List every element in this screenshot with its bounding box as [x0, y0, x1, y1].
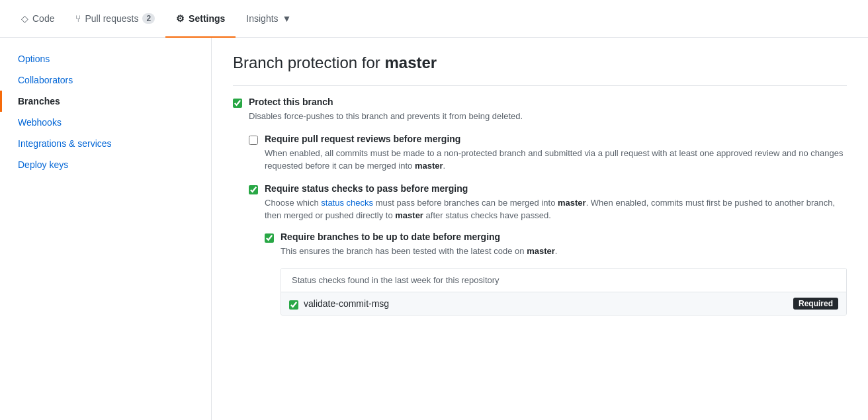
require-pr-master-bold: master — [415, 161, 443, 171]
sidebar-item-integrations-services[interactable]: Integrations & services — [0, 133, 211, 154]
require-up-to-date-content: Require branches to be up to date before… — [281, 231, 557, 258]
status-checks-box: Status checks found in the last week for… — [281, 268, 847, 315]
tab-pull-requests[interactable]: ⑂ Pull requests 2 — [65, 0, 165, 38]
page-title-branch: master — [384, 54, 437, 71]
sidebar: Options Collaborators Branches Webhooks … — [0, 38, 212, 420]
protect-branch-content: Protect this branch Disables force-pushe… — [249, 97, 523, 123]
tab-code-label: Code — [32, 13, 54, 24]
sidebar-item-collaborators[interactable]: Collaborators — [0, 69, 211, 91]
require-up-to-date-row: Require branches to be up to date before… — [265, 231, 847, 258]
status-checks-link[interactable]: status checks — [321, 198, 373, 208]
protect-branch-desc: Disables force-pushes to this branch and… — [249, 110, 523, 123]
main-layout: Options Collaborators Branches Webhooks … — [0, 38, 868, 420]
require-up-to-date-desc: This ensures the branch has been tested … — [281, 245, 557, 258]
protect-branch-label: Protect this branch — [249, 97, 523, 107]
sidebar-item-deploy-keys[interactable]: Deploy keys — [0, 154, 211, 175]
pull-requests-icon: ⑂ — [75, 13, 81, 24]
require-up-to-date-section: Require branches to be up to date before… — [265, 231, 847, 258]
code-icon: ◇ — [21, 13, 28, 24]
status-checks-header: Status checks found in the last week for… — [281, 269, 846, 292]
status-check-left: validate-commit-msg — [289, 298, 389, 310]
main-content: Branch protection for master Protect thi… — [212, 38, 868, 420]
top-nav: ◇ Code ⑂ Pull requests 2 ⚙ Settings Insi… — [0, 0, 868, 38]
pull-requests-badge: 2 — [142, 13, 155, 24]
settings-icon: ⚙ — [176, 13, 185, 24]
protect-branch-section: Protect this branch Disables force-pushe… — [233, 97, 847, 315]
chevron-down-icon: ▼ — [282, 13, 292, 24]
require-up-to-date-checkbox[interactable] — [265, 233, 274, 243]
sidebar-item-webhooks[interactable]: Webhooks — [0, 112, 211, 133]
protect-branch-sub-options: Require pull request reviews before merg… — [249, 134, 847, 316]
status-checks-master-bold-2: master — [395, 210, 423, 220]
tab-insights[interactable]: Insights ▼ — [236, 0, 302, 38]
require-pr-reviews-checkbox[interactable] — [249, 136, 258, 145]
require-pr-reviews-content: Require pull request reviews before merg… — [265, 134, 847, 173]
required-badge: Required — [793, 298, 838, 310]
require-pr-reviews-desc: When enabled, all commits must be made t… — [265, 147, 847, 173]
status-check-row: validate-commit-msg Required — [281, 292, 846, 315]
status-checks-master-bold-1: master — [558, 198, 586, 208]
sidebar-item-branches[interactable]: Branches — [0, 91, 211, 112]
protect-branch-checkbox[interactable] — [233, 99, 242, 108]
require-status-checks-content: Require status checks to pass before mer… — [265, 183, 847, 316]
require-status-checks-row: Require status checks to pass before mer… — [249, 183, 847, 316]
require-status-checks-label: Require status checks to pass before mer… — [265, 183, 847, 194]
tab-settings-label: Settings — [189, 13, 225, 24]
tab-pull-requests-label: Pull requests — [85, 13, 138, 24]
require-pr-reviews-row: Require pull request reviews before merg… — [249, 134, 847, 173]
validate-commit-msg-checkbox[interactable] — [289, 300, 298, 310]
up-to-date-master-bold: master — [527, 246, 555, 256]
require-pr-reviews-label: Require pull request reviews before merg… — [265, 134, 847, 144]
title-divider — [233, 85, 847, 86]
require-status-checks-desc: Choose which status checks must pass bef… — [265, 196, 847, 222]
protect-branch-row: Protect this branch Disables force-pushe… — [233, 97, 847, 123]
page-title: Branch protection for master — [233, 54, 847, 72]
tab-code[interactable]: ◇ Code — [11, 0, 65, 38]
tab-settings[interactable]: ⚙ Settings — [165, 0, 236, 38]
validate-commit-msg-name: validate-commit-msg — [304, 298, 389, 309]
require-status-checks-checkbox[interactable] — [249, 185, 258, 194]
page-title-prefix: Branch protection for — [233, 54, 384, 71]
require-up-to-date-label: Require branches to be up to date before… — [281, 231, 557, 242]
tab-insights-label: Insights — [246, 13, 278, 24]
sidebar-item-options[interactable]: Options — [0, 48, 211, 69]
